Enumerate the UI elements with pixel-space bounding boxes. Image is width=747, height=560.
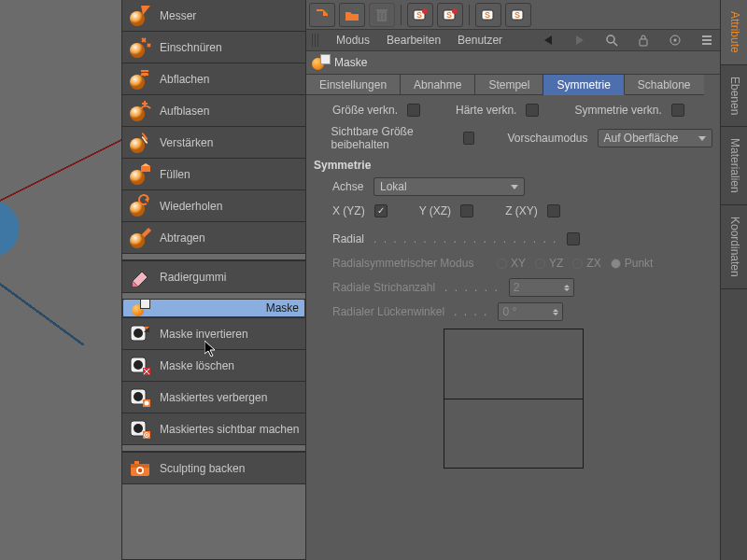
nav-fwd-icon[interactable] (572, 33, 587, 48)
label: Härte verkn. (456, 104, 516, 117)
svg-marker-53 (576, 35, 584, 45)
menu-item[interactable]: Bearbeiten (387, 34, 441, 47)
axis-select[interactable]: Lokal (374, 177, 525, 196)
attr-menu: Modus Bearbeiten Benutzer (306, 30, 720, 51)
checkbox-size-link[interactable] (407, 104, 420, 117)
tool-label: Verstärken (160, 136, 213, 149)
svg-point-14 (134, 329, 143, 338)
toolbar-sel-tag-a-icon[interactable]: S (407, 3, 433, 27)
tool-label: Maske invertieren (160, 328, 248, 341)
tool-mask-2[interactable]: Maske löschen (122, 349, 305, 381)
target-icon[interactable] (668, 33, 683, 48)
checkbox-axis-x[interactable] (374, 204, 388, 217)
svg-point-30 (146, 434, 148, 436)
tab-abnahme[interactable]: Abnahme (401, 75, 475, 95)
fill-icon (128, 162, 152, 187)
eraser-icon (128, 265, 152, 289)
amplify-icon (128, 131, 152, 155)
tool-repeat[interactable]: Wiederholen (122, 189, 305, 221)
side-tab-attribute[interactable]: Attribute (721, 0, 747, 65)
checkbox-axis-y[interactable] (460, 204, 473, 217)
tool-pinch[interactable]: Einschnüren (122, 31, 305, 63)
svg-text:+: + (325, 7, 330, 16)
side-tab-materialien[interactable]: Materialien (721, 127, 747, 205)
grip-icon[interactable] (312, 34, 319, 47)
checkbox-axis-z[interactable] (547, 204, 560, 217)
svg-rect-61 (702, 43, 712, 45)
toolbar-trash-icon[interactable] (369, 3, 395, 27)
tool-mask-3[interactable]: Maskiertes verbergen (122, 381, 305, 413)
tool-label: Abtragen (160, 231, 205, 245)
tool-label: Messer (160, 9, 196, 22)
pinch-icon (128, 35, 152, 60)
object-row: Maske (306, 51, 720, 75)
side-tab-koordinaten[interactable]: Koordinaten (721, 205, 747, 289)
nav-back-icon[interactable] (541, 33, 556, 48)
scrape-icon (128, 226, 152, 250)
preview-mode-select[interactable]: Auf Oberfläche (598, 129, 712, 147)
tab-symmetrie[interactable]: Symmetrie (543, 75, 624, 95)
tool-label: Maskiertes sichtbar machen (160, 423, 299, 436)
tab-schablone[interactable]: Schablone (625, 75, 704, 95)
select-value: Auf Oberfläche (604, 132, 679, 145)
menu-item[interactable]: Benutzer (458, 34, 502, 47)
tool-label: Maske löschen (160, 359, 234, 372)
svg-point-7 (130, 170, 145, 185)
tool-mask-1[interactable]: Maske invertieren (122, 317, 305, 349)
tool-label: Wiederholen (160, 200, 222, 213)
tool-label: Füllen (160, 168, 190, 181)
repeat-icon (128, 194, 152, 218)
toolbar-sel-tag-c-icon[interactable]: S (475, 3, 501, 27)
toolbar-sel-tag-d-icon[interactable]: S (505, 3, 531, 27)
tool-mask-4[interactable]: Maskiertes sichtbar machen (122, 413, 305, 444)
side-tab-ebenen[interactable]: Ebenen (721, 65, 747, 127)
tool-amplify[interactable]: Verstärken (122, 126, 305, 158)
svg-point-23 (134, 392, 143, 401)
tool-fill[interactable]: Füllen (122, 158, 305, 189)
checkbox-keep-visible-size[interactable] (463, 132, 474, 145)
svg-rect-60 (702, 39, 712, 41)
checkbox-hardness-link[interactable] (526, 104, 539, 117)
tool-mask-0[interactable]: Maske (122, 300, 305, 317)
radial-gap-input: 0 ° (498, 302, 563, 321)
menu-item[interactable]: Modus (336, 34, 370, 47)
checkbox-radial[interactable] (567, 232, 580, 245)
svg-point-5 (130, 106, 145, 121)
svg-text:+: + (356, 7, 360, 15)
section-header: Symmetrie (314, 159, 712, 172)
svg-point-44 (422, 8, 428, 14)
radio-point (611, 259, 621, 269)
select-value: Lokal (380, 180, 407, 193)
toolbar-new-tag-icon[interactable]: + (309, 3, 335, 27)
viewport[interactable] (0, 0, 121, 560)
tab-stempel[interactable]: Stempel (475, 75, 543, 95)
flatten-icon (128, 67, 152, 91)
svg-point-6 (130, 138, 145, 153)
tool-eraser[interactable]: Radiergummi (122, 260, 305, 292)
tool-inflate[interactable]: Aufblasen (122, 94, 305, 126)
toolbar-new-folder-icon[interactable]: + (339, 3, 365, 27)
svg-point-2 (130, 43, 145, 58)
tool-bake[interactable]: Sculpting backen (122, 452, 305, 483)
label: Symmetrie verkn. (574, 104, 661, 117)
search-icon[interactable] (604, 33, 619, 48)
tool-label: Abflachen (160, 73, 209, 86)
radial-strokes-input: 2 (509, 278, 574, 297)
svg-rect-39 (376, 9, 388, 11)
checkbox-symmetry-link[interactable] (671, 104, 684, 117)
svg-point-47 (452, 8, 458, 14)
toolbar-sel-tag-b-icon[interactable]: S (437, 3, 463, 27)
knife-icon (128, 4, 152, 28)
svg-point-54 (607, 35, 614, 43)
label: Größe verkn. (332, 104, 398, 117)
label: Radial (332, 232, 364, 245)
lock-icon[interactable] (636, 33, 651, 48)
sculpt-tool-palette: MesserEinschnürenAbflachenAufblasenVerst… (121, 0, 306, 560)
panel-menu-icon[interactable] (699, 33, 714, 48)
tool-flatten[interactable]: Abflachen (122, 63, 305, 94)
tool-scrape[interactable]: Abtragen (122, 221, 305, 253)
mask-icon (128, 417, 152, 441)
label: X (YZ) (332, 204, 365, 217)
tool-knife[interactable]: Messer (122, 0, 305, 31)
tab-einstellungen[interactable]: Einstellungen (306, 75, 401, 95)
